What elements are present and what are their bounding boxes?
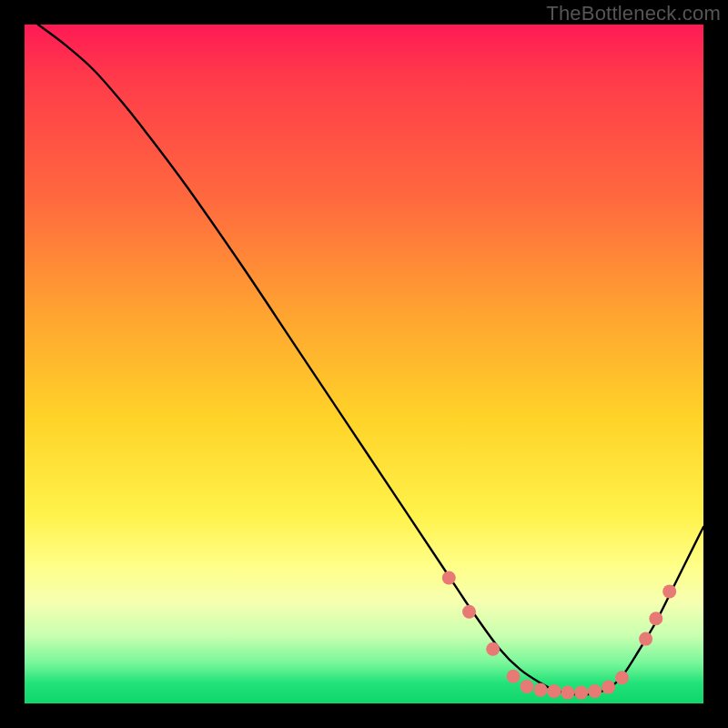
data-point	[462, 605, 476, 619]
data-point	[649, 612, 662, 625]
data-point	[442, 571, 456, 585]
data-point	[547, 684, 561, 698]
data-point	[602, 681, 615, 694]
data-point	[639, 632, 652, 646]
data-point	[534, 683, 548, 697]
chart-container: TheBottleneck.com	[0, 0, 728, 728]
bottleneck-curve	[38, 25, 703, 694]
data-point	[662, 584, 676, 598]
data-point	[561, 686, 574, 700]
data-point	[574, 686, 588, 700]
chart-svg	[25, 25, 703, 703]
data-point	[615, 671, 629, 684]
data-point	[486, 642, 500, 656]
data-point	[588, 684, 602, 698]
data-point	[507, 670, 521, 683]
watermark-text: TheBottleneck.com	[546, 2, 721, 25]
data-points-group	[442, 571, 676, 700]
plot-area	[25, 25, 703, 703]
data-point	[521, 680, 534, 693]
